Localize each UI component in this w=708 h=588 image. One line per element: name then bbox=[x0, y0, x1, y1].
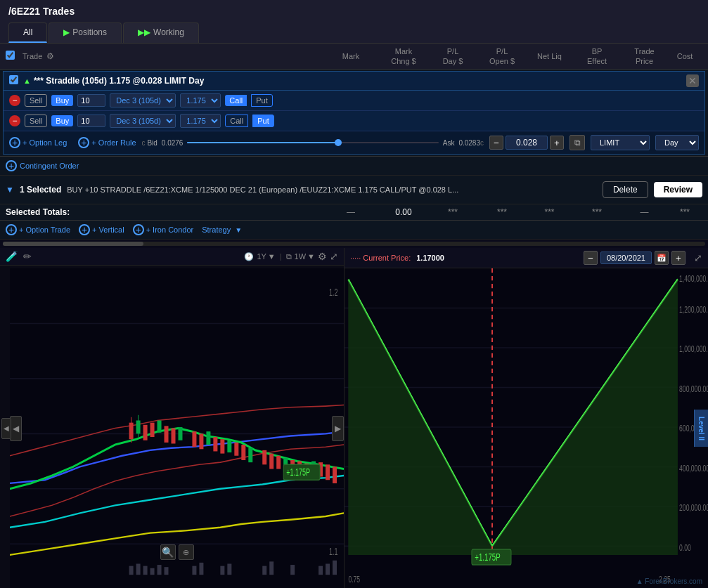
totals-star-4: *** bbox=[572, 207, 622, 217]
charts-section: 🧪 ✏ 🕐 1Y ▼ | ⧉ 1W ▼ ⚙ bbox=[0, 248, 708, 588]
put-leg1-button[interactable]: Put bbox=[251, 94, 273, 107]
contingent-label: Contingent Order bbox=[20, 162, 79, 170]
tabs-container: All ▶Positions ▶▶Working bbox=[8, 22, 700, 43]
svg-rect-36 bbox=[326, 464, 330, 480]
selected-trade-text: BUY +10 STRADDLE /6EZ21:XCME 1/125000 DE… bbox=[67, 185, 597, 194]
svg-rect-28 bbox=[269, 454, 273, 469]
pencil-icon[interactable]: ✏ bbox=[23, 251, 32, 262]
right-chart-toolbar: ····· Current Price: 1.17000 − 08/20/202… bbox=[345, 248, 708, 268]
contingent-add-icon: + bbox=[6, 160, 17, 171]
date-minus-button[interactable]: − bbox=[584, 251, 598, 265]
add-order-rule-button[interactable]: + + Order Rule bbox=[78, 137, 136, 148]
add-vertical-button[interactable]: + + Vertical bbox=[79, 224, 124, 235]
flask-icon[interactable]: 🧪 bbox=[6, 251, 18, 262]
slider-thumb[interactable] bbox=[335, 139, 342, 146]
period-1w-label: 1W bbox=[295, 252, 307, 261]
payoff-chart: 1,400,000.00 1,200,000.00 1,000,000.00 8… bbox=[345, 268, 708, 588]
chart-settings-icon[interactable]: ⚙ bbox=[318, 251, 327, 262]
app-title: /6EZ21 Trades bbox=[8, 6, 700, 17]
calendar-icon[interactable]: 📅 bbox=[655, 251, 669, 265]
expand-payoff-chart-icon[interactable]: ⤢ bbox=[694, 252, 702, 263]
order-price-display: 0.028 bbox=[506, 136, 548, 150]
left-chart-panel: 🧪 ✏ 🕐 1Y ▼ | ⧉ 1W ▼ ⚙ bbox=[0, 248, 345, 268]
qty-leg1-input[interactable] bbox=[77, 94, 105, 107]
svg-rect-21 bbox=[213, 437, 217, 451]
date-leg1-select[interactable]: Dec 3 (105d) bbox=[110, 93, 176, 107]
candlestick-chart: 1.2 1.1 bbox=[10, 268, 345, 588]
svg-rect-19 bbox=[199, 433, 203, 449]
add-option-leg-button[interactable]: + + Option Leg bbox=[9, 137, 67, 148]
left-nav-arrow[interactable]: ◀ bbox=[10, 416, 22, 441]
level-ii-badge[interactable]: Level II bbox=[694, 410, 708, 447]
sell-leg2-button[interactable]: Sell bbox=[25, 115, 47, 127]
contingent-order-button[interactable]: + Contingent Order bbox=[6, 160, 79, 171]
period-1w-button[interactable]: 1W ▼ bbox=[295, 252, 315, 261]
strategy-dropdown-button[interactable]: Strategy ▼ bbox=[202, 226, 242, 234]
copy-price-button[interactable]: ⧉ bbox=[569, 135, 585, 150]
svg-rect-25 bbox=[241, 445, 245, 460]
straddle-checkbox[interactable] bbox=[9, 75, 18, 84]
price-plus-button[interactable]: + bbox=[550, 136, 564, 150]
collapse-panels-icon[interactable]: ◀ bbox=[1, 418, 11, 439]
price-minus-button[interactable]: − bbox=[489, 136, 503, 150]
column-headers: Trade ⚙ Mark MarkChng $ P/LDay $ P/LOpen… bbox=[0, 44, 708, 70]
right-nav-arrow[interactable]: ▶ bbox=[332, 416, 344, 441]
bid-label: c Bid bbox=[142, 139, 157, 147]
order-type-select[interactable]: LIMIT MARKET bbox=[591, 135, 650, 150]
buy-leg2-button[interactable]: Buy bbox=[51, 115, 73, 126]
buy-leg1-button[interactable]: Buy bbox=[51, 95, 73, 106]
period-1w-chevron-icon: ▼ bbox=[307, 252, 315, 261]
price-leg2-select[interactable]: 1.175 bbox=[180, 114, 221, 128]
header-trade-price: TradePrice bbox=[622, 46, 667, 66]
strategy-chevron-icon: ▼ bbox=[235, 226, 242, 234]
gear-icon[interactable]: ⚙ bbox=[46, 51, 54, 61]
remove-leg2-button[interactable]: − bbox=[9, 115, 20, 126]
zoom-out-icon[interactable]: 🔍 bbox=[160, 544, 176, 560]
date-leg2-select[interactable]: Dec 3 (105d) bbox=[110, 114, 176, 128]
chevron-down-icon[interactable]: ▼ bbox=[6, 185, 14, 195]
review-button[interactable]: Review bbox=[654, 182, 702, 197]
select-all-checkbox[interactable] bbox=[6, 51, 15, 60]
svg-rect-17 bbox=[178, 427, 182, 440]
period-1y-button[interactable]: 1Y ▼ bbox=[257, 252, 275, 261]
sell-leg1-button[interactable]: Sell bbox=[25, 94, 47, 107]
svg-text:800,000.00: 800,000.00 bbox=[679, 384, 708, 393]
price-leg1-select[interactable]: 1.175 bbox=[180, 93, 221, 107]
expand-chart-icon[interactable]: ⤢ bbox=[330, 251, 338, 262]
date-plus-button[interactable]: + bbox=[671, 251, 686, 265]
put-leg2-button[interactable]: Put bbox=[252, 115, 274, 127]
slider-fill bbox=[187, 142, 337, 143]
horizontal-scrollbar[interactable] bbox=[0, 240, 708, 248]
period-1y-chevron-icon: ▼ bbox=[268, 252, 276, 261]
zoom-in-icon[interactable]: ⊕ bbox=[179, 544, 194, 560]
tab-all-label: All bbox=[23, 27, 32, 37]
order-duration-select[interactable]: Day GTC bbox=[655, 135, 699, 150]
price-slider[interactable] bbox=[187, 136, 438, 150]
tab-positions[interactable]: ▶Positions bbox=[49, 22, 122, 43]
remove-leg1-button[interactable]: − bbox=[9, 95, 20, 106]
delete-button[interactable]: Delete bbox=[603, 181, 648, 198]
svg-text:1.1: 1.1 bbox=[329, 546, 337, 558]
period-1y-label: 1Y bbox=[257, 252, 266, 261]
working-icon: ▶▶ bbox=[138, 27, 150, 37]
col-label-trade: Trade bbox=[22, 52, 42, 60]
frame-icon: ⧉ bbox=[286, 252, 292, 261]
header-mark-chng: MarkChng $ bbox=[379, 46, 428, 66]
scrollbar-thumb[interactable] bbox=[3, 242, 143, 246]
add-iron-condor-button[interactable]: + + Iron Condor bbox=[133, 224, 194, 235]
header-check[interactable] bbox=[6, 51, 22, 62]
close-straddle-button[interactable]: ✕ bbox=[686, 74, 699, 87]
add-option-trade-button[interactable]: + + Option Trade bbox=[6, 224, 70, 235]
straddle-check[interactable] bbox=[9, 75, 23, 86]
header-pl-day: P/LDay $ bbox=[428, 46, 477, 66]
bid-value: 0.0276 bbox=[162, 139, 184, 147]
scrollbar-track bbox=[3, 242, 705, 246]
qty-leg2-input[interactable] bbox=[77, 115, 105, 127]
tab-all[interactable]: All bbox=[8, 22, 47, 43]
call-leg2-button[interactable]: Call bbox=[225, 115, 248, 127]
tab-working[interactable]: ▶▶Working bbox=[123, 22, 199, 43]
call-leg1-button[interactable]: Call bbox=[225, 95, 247, 106]
slider-track bbox=[187, 142, 438, 143]
ask-label: Ask bbox=[443, 139, 455, 147]
add-order-rule-label: + Order Rule bbox=[91, 138, 136, 147]
